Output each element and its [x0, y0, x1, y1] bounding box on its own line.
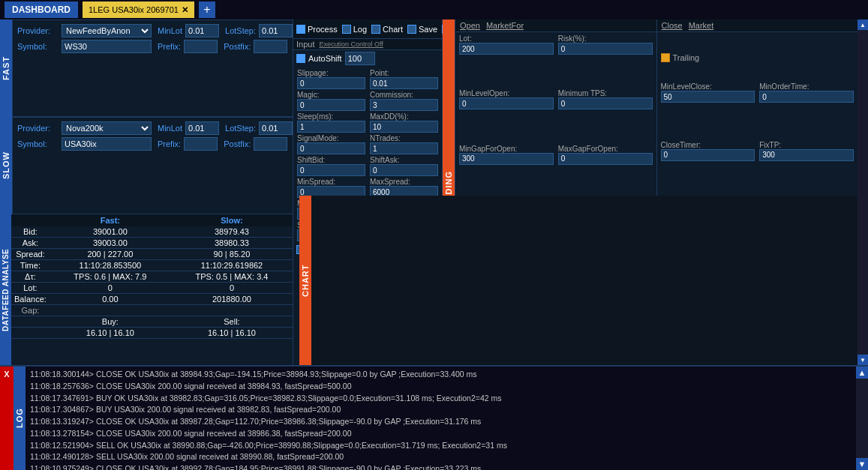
trading-header: Process Log Chart Save EM	[293, 19, 442, 39]
chart-area	[311, 196, 857, 365]
fast-provider-label: Provider:	[17, 26, 59, 35]
datafeed-section: DATAFEED ANALYSE Fast: Slow: Bid:39001.0…	[0, 214, 293, 365]
dashboard-button[interactable]: DASHBOARD	[5, 1, 78, 18]
log-label-hdr: Log	[353, 25, 367, 34]
log-line: 11:08:17.347691> BUY OK USA30ix at 38982…	[30, 393, 851, 405]
log-line: 11:08:12.490128> SELL USA30ix 200.00 sig…	[30, 451, 851, 463]
fast-symbol-row: Symbol: Prefix: Postfix:	[17, 40, 293, 53]
slow-minlot-label: MinLot	[158, 124, 182, 133]
datafeed-row: Δτ:TPS: 0.6 | MAX: 7.9TPS: 0.5 | MAX: 3.…	[11, 271, 293, 283]
process-checkbox-row: Process	[296, 25, 338, 34]
slow-provider-label: Provider:	[17, 124, 59, 133]
log-side-label: LOG	[14, 367, 26, 470]
save-checkbox[interactable]	[407, 25, 416, 34]
log-line: 11:08:18.300144> CLOSE OK USA30ix at 389…	[30, 369, 851, 381]
right-open-field: MinGapForOpen:	[457, 144, 556, 199]
trading-field-cell: ShiftAsk:	[368, 155, 440, 177]
trading-field-cell: Point:	[368, 68, 440, 90]
slow-lotstep-label: LotStep:	[225, 124, 256, 133]
right-header: Open MarketFor Close Market	[455, 19, 857, 32]
right-open-field: Minimum TPS:	[556, 88, 655, 143]
datafeed-row: Lot:00	[11, 283, 293, 294]
log-scroll-down[interactable]: ▼	[856, 458, 868, 470]
slow-label: SLOW	[0, 117, 12, 214]
trading-field-cell: Slippage:	[295, 68, 368, 90]
slow-symbol-label: Symbol:	[17, 139, 59, 148]
chart-checkbox[interactable]	[371, 25, 380, 34]
fast-provider-select[interactable]: NewFeedByAnon	[62, 24, 152, 37]
datafeed-table: Fast: Slow: Bid:39001.0038979.43Ask:3900…	[11, 214, 293, 339]
trading-field-cell: NTrades:	[368, 133, 440, 155]
slow-provider-select[interactable]: Nova200k	[62, 121, 152, 135]
process-checkbox[interactable]	[296, 25, 305, 34]
trading-field-cell: SignalMode:	[295, 133, 368, 155]
buy-sell-header-row: Buy:Sell:	[11, 316, 293, 328]
trading-field-cell: Magic:	[295, 90, 368, 112]
fast-prefix-input[interactable]	[184, 40, 218, 53]
slow-col-header: Slow:	[171, 214, 293, 226]
slow-prefix-input[interactable]	[184, 137, 218, 151]
autoshift-row: AutoShift	[293, 50, 442, 67]
input-section-label: Input	[296, 40, 314, 49]
slow-symbol-input[interactable]	[62, 137, 152, 151]
fast-section: FAST Provider: NewFeedByAnon MinLot LotS…	[0, 19, 293, 117]
chart-checkbox-row: Chart	[371, 25, 403, 34]
market2-label: Market	[689, 21, 714, 30]
fast-lotstep-label: LotStep:	[225, 26, 256, 35]
right-open-field: Lot:	[457, 34, 556, 88]
trading-field-cell: Sleep(ms):	[295, 112, 368, 133]
trading-field-cell: ShiftBid:	[295, 155, 368, 177]
right-close-field: CloseTimer:	[659, 140, 758, 198]
process-label: Process	[308, 25, 338, 34]
add-tab-button[interactable]: +	[199, 1, 215, 18]
log-content[interactable]: 11:08:18.300144> CLOSE OK USA30ix at 389…	[26, 367, 856, 470]
trailing-checkbox[interactable]	[661, 53, 670, 62]
tab-close-icon[interactable]: ✕	[182, 5, 188, 15]
fast-minlot-input[interactable]	[185, 24, 219, 37]
datafeed-row: Time:11:10:28.85350011:10:29.619862	[11, 260, 293, 271]
fast-postfix-input[interactable]	[254, 40, 287, 53]
scroll-down-button[interactable]: ▼	[857, 355, 868, 365]
right-open-field: MaxGapForOpen:	[556, 144, 655, 199]
fast-prefix-label: Prefix:	[158, 42, 181, 51]
slow-section: SLOW Provider: Nova200k MinLot LotStep: …	[0, 117, 293, 214]
scroll-up-button[interactable]: ▲	[857, 19, 868, 30]
log-x-button[interactable]: X	[0, 367, 14, 470]
log-line: 11:08:12.521904> SELL OK USA30ix at 3899…	[30, 440, 851, 452]
slow-postfix-label: Postfix:	[224, 139, 251, 148]
log-line: 11:08:17.304867> BUY USA30ix 200.00 sign…	[30, 404, 851, 416]
open-label: Open	[460, 21, 480, 30]
datafeed-label: DATAFEED ANALYSE	[0, 214, 11, 365]
slow-minlot-input[interactable]	[185, 121, 219, 135]
datafeed-row: Bid:39001.0038979.43	[11, 226, 293, 238]
log-line: 11:08:10.975249> CLOSE OK USA30ix at 389…	[30, 463, 851, 470]
autoshift-checkbox[interactable]	[296, 54, 305, 63]
save-checkbox-row: Save	[407, 25, 437, 34]
buy-row: Gap:	[11, 305, 293, 316]
slow-postfix-input[interactable]	[254, 137, 287, 151]
fast-label: FAST	[0, 19, 12, 117]
fast-symbol-input[interactable]	[62, 40, 152, 53]
right-open-field: MinLevelOpen:	[457, 88, 556, 143]
slow-prefix-label: Prefix:	[158, 139, 181, 148]
trading-field-cell: Commission:	[368, 90, 440, 112]
autoshift-label: AutoShift	[308, 54, 342, 63]
log-scroll-track	[856, 379, 868, 458]
close-label: Close	[662, 21, 683, 30]
tab-label: 1LEG USA30ix 2069701	[89, 5, 179, 14]
right-open-field: Risk(%):	[556, 34, 655, 88]
log-checkbox[interactable]	[342, 25, 351, 34]
right-scrollbar: ▲ ▼	[857, 19, 868, 365]
log-line: 11:08:13.278154> CLOSE USA30ix 200.00 si…	[30, 428, 851, 440]
log-scroll-up[interactable]: ▲	[856, 367, 868, 379]
autoshift-input[interactable]	[345, 52, 375, 65]
trading-field-cell: MaxDD(%):	[368, 112, 440, 133]
log-section: X LOG 11:08:18.300144> CLOSE OK USA30ix …	[0, 365, 868, 470]
slow-lotstep-input[interactable]	[259, 121, 293, 135]
fast-lotstep-input[interactable]	[259, 24, 293, 37]
fast-provider-row: Provider: NewFeedByAnon MinLot LotStep:	[17, 24, 293, 37]
fast-postfix-label: Postfix:	[224, 42, 251, 51]
execution-control-label: Execution Control Off	[319, 40, 383, 48]
datafeed-row: Balance:0.00201880.00	[11, 294, 293, 305]
active-tab[interactable]: 1LEG USA30ix 2069701 ✕	[83, 1, 194, 18]
